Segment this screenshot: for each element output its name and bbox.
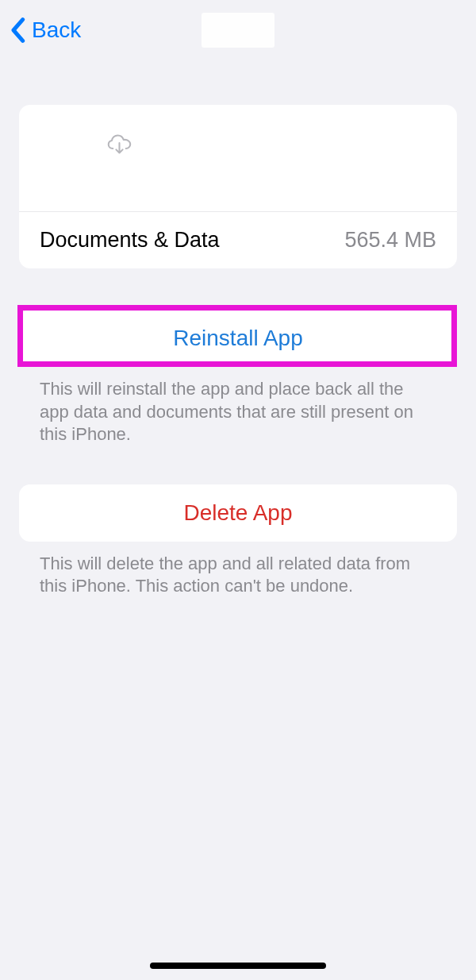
delete-section: Delete App This will delete the app and …: [19, 484, 457, 598]
app-icon-placeholder: [40, 129, 98, 187]
home-indicator[interactable]: [150, 963, 326, 969]
reinstall-app-button[interactable]: Reinstall App: [19, 310, 457, 367]
documents-data-row: Documents & Data 565.4 MB: [19, 212, 457, 268]
delete-label: Delete App: [184, 500, 293, 526]
delete-app-button[interactable]: Delete App: [19, 484, 457, 542]
app-header: [19, 105, 457, 212]
back-label: Back: [32, 17, 81, 43]
reinstall-description: This will reinstall the app and place ba…: [19, 367, 457, 446]
nav-title-mask: [202, 13, 274, 48]
documents-data-label: Documents & Data: [40, 228, 220, 253]
delete-description: This will delete the app and all related…: [19, 542, 457, 598]
app-info-card: Documents & Data 565.4 MB: [19, 105, 457, 268]
cloud-download-icon: [106, 131, 132, 157]
back-button[interactable]: Back: [10, 17, 81, 44]
navigation-bar: Back: [0, 0, 476, 60]
chevron-left-icon: [10, 17, 25, 44]
reinstall-label: Reinstall App: [173, 326, 302, 351]
documents-data-value: 565.4 MB: [344, 228, 436, 253]
reinstall-section: Reinstall App This will reinstall the ap…: [19, 310, 457, 446]
